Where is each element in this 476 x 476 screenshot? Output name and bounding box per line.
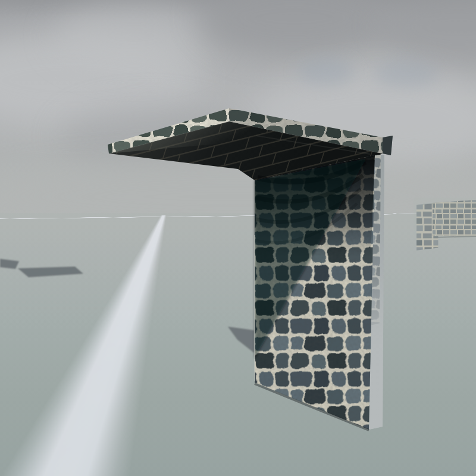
ground-shadow-patch bbox=[0, 259, 19, 269]
ground-shadow-patches bbox=[0, 259, 254, 353]
ground-shadow-patch bbox=[228, 327, 254, 353]
scene-geometry bbox=[0, 0, 476, 476]
distant-stone-wall[interactable] bbox=[414, 198, 476, 250]
cantilever-stone-structure[interactable] bbox=[108, 108, 393, 430]
ground-shadow-patch bbox=[18, 267, 83, 277]
3d-viewport[interactable] bbox=[0, 0, 476, 476]
